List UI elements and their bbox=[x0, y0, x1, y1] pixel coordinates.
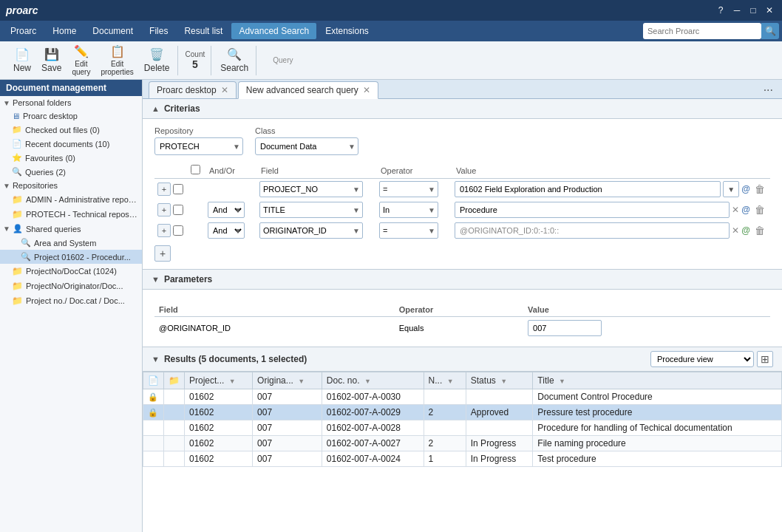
row3-clear-btn[interactable]: ✕ bbox=[732, 225, 739, 236]
col-status[interactable]: Status ▼ bbox=[466, 372, 533, 389]
sidebar-item-pno-originator[interactable]: 📁 ProjectNo/Originator/Doc... bbox=[0, 279, 142, 293]
sidebar-item-area-system[interactable]: 🔍 Area and System bbox=[0, 236, 142, 250]
edit-query-button[interactable]: ✏️ Editquery bbox=[67, 47, 95, 75]
col-originator[interactable]: Origina... ▼ bbox=[253, 372, 322, 389]
edit-properties-button[interactable]: 📋 Editproperties bbox=[96, 47, 137, 75]
criterias-header[interactable]: ▲ Criterias bbox=[143, 99, 782, 119]
new-icon: 📄 bbox=[15, 47, 30, 61]
tab-new-advanced-search-close[interactable]: ✕ bbox=[363, 86, 370, 95]
param-value-input-1[interactable] bbox=[528, 320, 602, 336]
result-row-4[interactable]: 01602 007 01602-007-A-0027 2 In Progress… bbox=[143, 436, 782, 451]
maximize-button[interactable]: □ bbox=[747, 4, 760, 17]
add-criteria-row-btn[interactable]: + bbox=[154, 245, 171, 262]
menu-advanced-search[interactable]: Advanced Search bbox=[231, 23, 316, 39]
minimize-button[interactable]: ─ bbox=[730, 4, 744, 17]
row1-checkbox[interactable] bbox=[173, 184, 183, 194]
col-title[interactable]: Title ▼ bbox=[533, 372, 782, 389]
menu-files[interactable]: Files bbox=[142, 23, 175, 39]
row2-operator-select[interactable]: In bbox=[379, 202, 438, 218]
sidebar-item-recent[interactable]: 📄 Recent documents (10) bbox=[0, 137, 142, 151]
sidebar-item-project-01602[interactable]: 🔍 Project 01602 - Procedur... bbox=[0, 250, 142, 264]
row1-delete-btn[interactable]: 🗑 bbox=[752, 182, 767, 197]
new-button[interactable]: 📄 New bbox=[9, 47, 35, 75]
search-button[interactable]: 🔍 bbox=[761, 23, 779, 39]
row3-actions: + bbox=[157, 224, 183, 237]
menu-home[interactable]: Home bbox=[45, 23, 84, 39]
tab-new-advanced-search[interactable]: New advanced search query ✕ bbox=[238, 81, 378, 99]
result-row-2-icon1: 🔒 bbox=[143, 405, 164, 420]
tab-more-button[interactable]: ··· bbox=[761, 82, 776, 98]
count-label: Count bbox=[186, 50, 205, 58]
sidebar-item-projectno-doccat[interactable]: 📁 ProjectNo/DocCat (1024) bbox=[0, 264, 142, 279]
sidebar-item-admin[interactable]: 📁 ADMIN - Administrative reposit... bbox=[0, 192, 142, 207]
parameters-header[interactable]: ▼ Parameters bbox=[143, 270, 782, 290]
results-header: ▼ Results (5 documents, 1 selected) Proc… bbox=[143, 347, 782, 372]
save-button[interactable]: 💾 Save bbox=[37, 47, 66, 75]
row1-add-btn[interactable]: + bbox=[157, 183, 171, 196]
sidebar-item-protech[interactable]: 📁 PROTECH - Technical repositor... bbox=[0, 207, 142, 222]
col-n[interactable]: N... ▼ bbox=[424, 372, 466, 389]
pno-label: ProjectNo/Originator/Doc... bbox=[26, 282, 123, 290]
row2-checkbox[interactable] bbox=[173, 205, 183, 215]
row3-add-btn[interactable]: + bbox=[157, 224, 171, 237]
row1-dropdown-btn[interactable]: ▼ bbox=[723, 181, 739, 197]
row3-at-btn[interactable]: @ bbox=[741, 225, 750, 236]
row3-checkbox[interactable] bbox=[173, 225, 183, 236]
search-input[interactable] bbox=[643, 23, 761, 39]
sidebar-item-proarc-desktop[interactable]: 🖥 Proarc desktop bbox=[0, 109, 142, 123]
menu-result-list[interactable]: Result list bbox=[177, 23, 230, 39]
row3-operator-select[interactable]: = bbox=[379, 222, 438, 239]
row3-field-select[interactable]: ORIGINATOR_ID bbox=[259, 222, 363, 239]
results-grid-btn[interactable]: ⊞ bbox=[757, 351, 773, 367]
row2-field-select[interactable]: TITLE bbox=[259, 202, 363, 218]
tab-new-advanced-search-label: New advanced search query bbox=[246, 85, 358, 95]
sidebar-item-shared-queries[interactable]: ▼ 👤 Shared queries bbox=[0, 222, 142, 236]
search-toolbar-button[interactable]: 🔍 Search bbox=[216, 47, 253, 75]
row1-at-btn[interactable]: @ bbox=[741, 184, 750, 194]
result-row-2[interactable]: 🔒 01602 007 01602-007-A-0029 2 Approved … bbox=[143, 405, 782, 420]
result-row-5[interactable]: 01602 007 01602-007-A-0024 1 In Progress… bbox=[143, 451, 782, 467]
sidebar-item-queries[interactable]: 🔍 Queries (2) bbox=[0, 165, 142, 179]
sidebar-item-project-doccat[interactable]: 📁 Project no./ Doc.cat / Doc... bbox=[0, 293, 142, 308]
pdc-label: Project no./ Doc.cat / Doc... bbox=[26, 296, 125, 305]
results-table-container: 📄 📁 Project... ▼ Origina... ▼ Doc. no. ▼… bbox=[143, 372, 782, 467]
params-col-value: Value bbox=[523, 303, 770, 317]
col-docno[interactable]: Doc. no. ▼ bbox=[322, 372, 424, 389]
result-row-3[interactable]: 01602 007 01602-007-A-0028 Procedure for… bbox=[143, 420, 782, 436]
row2-andor-select[interactable]: And Or bbox=[208, 202, 245, 218]
menu-extensions[interactable]: Extensions bbox=[318, 23, 376, 39]
class-select[interactable]: Document Data bbox=[255, 137, 358, 155]
row1-operator-select[interactable]: = bbox=[379, 181, 438, 197]
menu-document[interactable]: Document bbox=[85, 23, 140, 39]
sidebar-item-checked-out[interactable]: 📁 Checked out files (0) bbox=[0, 123, 142, 137]
row1-field-select[interactable]: PROJECT_NO bbox=[259, 181, 363, 197]
row1-value-input[interactable] bbox=[455, 181, 721, 197]
tab-proarc-desktop[interactable]: Proarc desktop ✕ bbox=[149, 81, 237, 98]
desktop-icon: 🖥 bbox=[12, 112, 20, 120]
row3-value-input[interactable] bbox=[455, 222, 730, 239]
row3-andor-select[interactable]: And Or bbox=[208, 222, 245, 239]
sidebar-item-personal-folders[interactable]: ▼ Personal folders bbox=[0, 96, 142, 109]
menu-proarc[interactable]: Proarc bbox=[3, 23, 44, 39]
select-all-checkbox[interactable] bbox=[191, 165, 200, 174]
row3-delete-btn[interactable]: 🗑 bbox=[752, 223, 767, 238]
row2-delete-btn[interactable]: 🗑 bbox=[752, 202, 767, 217]
tab-proarc-desktop-close[interactable]: ✕ bbox=[221, 86, 228, 95]
area-system-icon: 🔍 bbox=[21, 238, 31, 248]
help-button[interactable]: ? bbox=[714, 4, 727, 17]
delete-button[interactable]: 🗑️ Delete bbox=[140, 47, 174, 75]
sidebar-item-favourites[interactable]: ⭐ Favourites (0) bbox=[0, 151, 142, 165]
sidebar-item-repositories[interactable]: ▼ Repositories bbox=[0, 179, 142, 192]
result-row-3-icon2 bbox=[164, 420, 185, 436]
criterias-form: Repository PROTECH ▼ Class Document bbox=[143, 119, 782, 270]
results-view-select[interactable]: Procedure view bbox=[650, 351, 754, 367]
row2-add-btn[interactable]: + bbox=[157, 203, 171, 216]
close-button[interactable]: ✕ bbox=[763, 4, 776, 17]
result-row-1[interactable]: 🔒 01602 007 01602-007-A-0030 Document Co… bbox=[143, 389, 782, 405]
row2-value-input[interactable] bbox=[455, 202, 730, 218]
row2-clear-btn[interactable]: ✕ bbox=[732, 205, 739, 215]
pnd-label: ProjectNo/DocCat (1024) bbox=[26, 267, 117, 276]
repository-select[interactable]: PROTECH bbox=[154, 137, 243, 155]
col-project[interactable]: Project... ▼ bbox=[185, 372, 253, 389]
row2-at-btn[interactable]: @ bbox=[741, 205, 750, 215]
